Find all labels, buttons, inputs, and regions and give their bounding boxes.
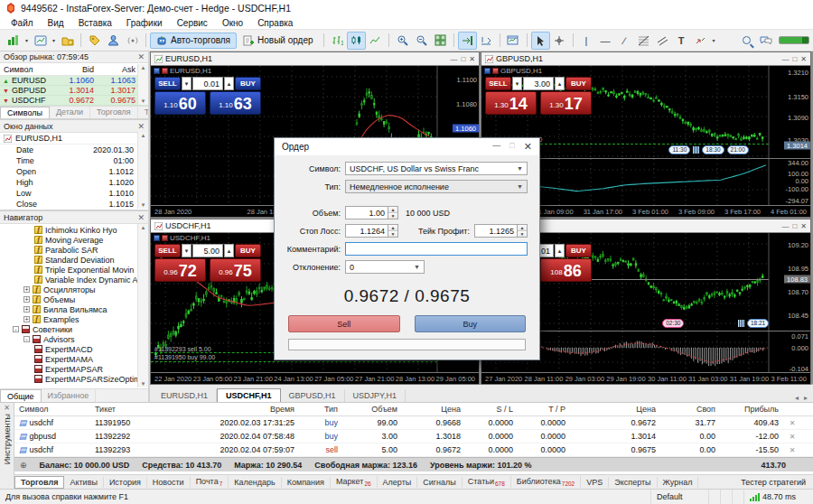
- trade-table-row[interactable]: ▤usdchf 11392293 2020.02.04 07:59:07 sel…: [14, 443, 813, 457]
- navigator-tree-item[interactable]: - f Советники: [0, 324, 148, 334]
- toolbox-tab[interactable]: VPS: [581, 477, 609, 488]
- community-user-icon[interactable]: [104, 32, 123, 50]
- toolbox-tab[interactable]: Журнал: [658, 477, 699, 488]
- line-chart-icon[interactable]: [366, 32, 385, 50]
- toolbox-tab[interactable]: История: [104, 477, 147, 488]
- navigator-tree-item[interactable]: f Parabolic SAR: [0, 245, 148, 255]
- navigator-tab[interactable]: Избранное: [42, 389, 97, 402]
- new-chart-dropdown-icon[interactable]: ▾: [23, 32, 31, 50]
- toolbox-tab[interactable]: Библиотека7202: [511, 476, 581, 488]
- toolbox-tab[interactable]: Алерты: [378, 477, 418, 488]
- volume-stepper-icon[interactable]: ▲: [224, 244, 234, 257]
- comment-input[interactable]: [345, 242, 528, 256]
- bid-price[interactable]: 1.3014: [485, 91, 537, 115]
- trade-table-row[interactable]: ▤usdchf 11391950 2020.02.03 17:31:25 buy…: [14, 416, 813, 430]
- zoom-out-icon[interactable]: [412, 32, 431, 50]
- close-position-icon[interactable]: ✕: [784, 419, 800, 427]
- volume-stepper-icon[interactable]: ▲: [555, 244, 565, 257]
- trendline-tool-icon[interactable]: ∕: [615, 32, 634, 50]
- tree-expander-icon[interactable]: +: [23, 296, 30, 303]
- take-profit-input[interactable]: 1.1265: [474, 224, 518, 238]
- market-watch-row[interactable]: GBPUSD 1.3014 1.3017: [0, 86, 148, 96]
- horizontal-line-tool-icon[interactable]: —: [596, 32, 615, 50]
- navigator-tree-item[interactable]: + f Examples: [0, 314, 148, 324]
- chart-shift-icon[interactable]: [458, 32, 477, 50]
- navigator-tree-item[interactable]: f Moving Average: [0, 235, 148, 245]
- menu-item[interactable]: Графики: [119, 18, 170, 28]
- menu-item[interactable]: Окно: [215, 18, 250, 28]
- toolbox-tab[interactable]: Календарь: [229, 477, 281, 488]
- channel-tool-icon[interactable]: [653, 32, 672, 50]
- order-type-select[interactable]: Немедленное исполнение▼: [345, 180, 528, 193]
- navigator-tree-item[interactable]: + f Объемы: [0, 294, 148, 304]
- templates-icon[interactable]: [504, 32, 523, 50]
- navigator-tree-item[interactable]: f ExpertMACD: [0, 344, 148, 354]
- market-watch-tab[interactable]: Детали: [50, 107, 90, 118]
- close-icon[interactable]: ✕: [137, 52, 145, 61]
- text-tool-icon[interactable]: T: [672, 32, 691, 50]
- buy-button[interactable]: BUY: [565, 77, 592, 90]
- scrollbar[interactable]: ▲▼: [137, 224, 148, 387]
- profiles-button[interactable]: [31, 32, 50, 50]
- new-order-button[interactable]: Новый ордер: [237, 33, 320, 49]
- toolbox-tab[interactable]: Компания: [282, 477, 331, 488]
- navigator-tree-item[interactable]: + f Билла Вильямса: [0, 304, 148, 314]
- minimize-icon[interactable]: —: [492, 141, 500, 153]
- buy-button[interactable]: BUY: [235, 77, 261, 90]
- chart-window-titlebar[interactable]: EURUSD,H1 —□✕: [151, 52, 479, 66]
- minimize-icon[interactable]: —: [450, 55, 457, 63]
- zoom-in-icon[interactable]: [393, 32, 412, 50]
- close-icon[interactable]: ✕: [137, 122, 145, 131]
- maximize-icon[interactable]: □: [792, 222, 797, 230]
- volume-stepper-icon[interactable]: ▲: [224, 77, 234, 90]
- take-profit-stepper[interactable]: ▲▼: [518, 224, 528, 238]
- volume-dropdown-icon[interactable]: ▼: [182, 244, 192, 257]
- auto-scroll-icon[interactable]: [477, 32, 496, 50]
- toolbox-tab[interactable]: Маркет26: [331, 476, 378, 488]
- chart-tab[interactable]: USDCHF,H1: [217, 388, 281, 402]
- maximize-icon[interactable]: □: [461, 55, 465, 63]
- volume-stepper[interactable]: ▲▼: [388, 206, 398, 219]
- sell-button[interactable]: SELL: [154, 77, 181, 90]
- tab-scroll-right-icon[interactable]: ▸: [804, 394, 808, 402]
- close-position-icon[interactable]: ✕: [784, 433, 800, 441]
- market-watch-tab[interactable]: Символы: [0, 107, 50, 118]
- volume-input[interactable]: 1.00: [345, 206, 388, 219]
- menu-item[interactable]: Справка: [250, 18, 300, 28]
- cursor-icon[interactable]: [531, 32, 550, 50]
- symbol-select[interactable]: USDCHF, US Dollar vs Swiss Franc▼: [345, 162, 528, 175]
- menu-item[interactable]: Сервис: [170, 18, 215, 28]
- ask-price[interactable]: 0.9675: [210, 258, 261, 282]
- minimize-icon[interactable]: —: [781, 55, 789, 63]
- stop-loss-stepper[interactable]: ▲▼: [388, 224, 398, 238]
- toolbox-tab[interactable]: Торговля: [14, 476, 64, 489]
- navigator-tree-item[interactable]: f Triple Exponential Movin: [0, 265, 148, 275]
- chart-tab[interactable]: GBPUSD,H1: [281, 389, 345, 402]
- toolbox-tab[interactable]: Новости: [147, 477, 191, 488]
- buy-button[interactable]: BUY: [235, 244, 261, 257]
- deviation-select[interactable]: 0▼: [345, 260, 425, 274]
- tree-expander-icon[interactable]: -: [23, 336, 30, 342]
- tab-scroll-left-icon[interactable]: ◂: [795, 394, 799, 402]
- connection-latency[interactable]: 48.70 ms: [744, 490, 813, 504]
- volume-input[interactable]: 5.00: [192, 244, 223, 257]
- arrows-tool-icon[interactable]: [691, 32, 710, 50]
- crosshair-icon[interactable]: [550, 32, 569, 50]
- chart-tab[interactable]: USDJPY,H1: [345, 389, 406, 402]
- volume-stepper-icon[interactable]: ▲: [555, 77, 565, 90]
- profile-selector[interactable]: Default: [651, 490, 709, 504]
- tree-expander-icon[interactable]: +: [23, 316, 30, 322]
- navigator-tree-item[interactable]: f ExpertMAMA: [0, 354, 148, 364]
- strategy-tester-link[interactable]: Тестер стратегий: [741, 478, 806, 487]
- close-icon[interactable]: ✕: [800, 55, 807, 63]
- candles-chart-icon[interactable]: [347, 32, 366, 50]
- volume-dropdown-icon[interactable]: ▼: [182, 77, 192, 90]
- scrollbar[interactable]: ▲▼: [137, 132, 148, 209]
- toolbox-vertical-label[interactable]: Инструменты: [3, 414, 12, 464]
- buy-button[interactable]: Buy: [415, 315, 527, 332]
- bars-chart-icon[interactable]: 1: [328, 32, 347, 50]
- toolbox-tab[interactable]: Почта7: [191, 476, 229, 488]
- navigator-tab[interactable]: Общие: [0, 389, 42, 402]
- order-dialog-titlebar[interactable]: Ордер —□✕: [275, 138, 539, 155]
- volume-dropdown-icon[interactable]: ▼: [512, 77, 522, 90]
